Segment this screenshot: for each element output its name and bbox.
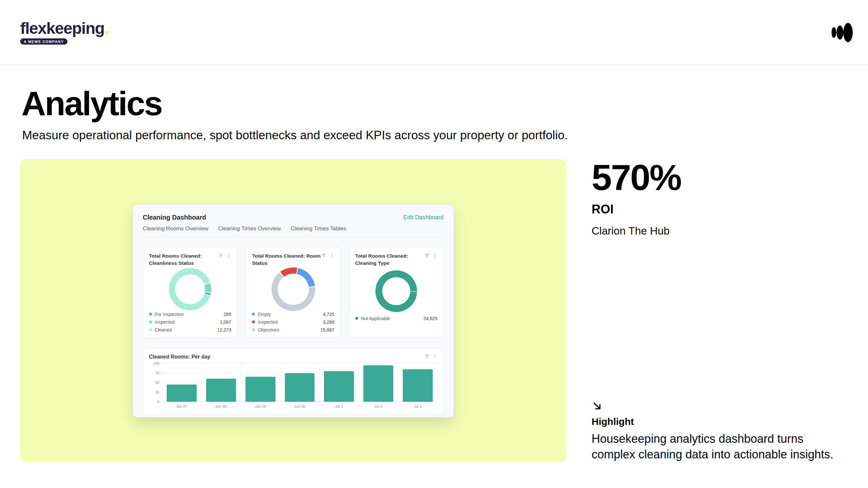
legend-value: 1,087 — [220, 320, 231, 325]
legend-row: Cleaned12,273 — [149, 327, 231, 332]
x-tick-label: Jun 27 — [162, 404, 202, 408]
legend-value: 12,273 — [217, 327, 231, 332]
bars — [162, 363, 438, 402]
filter-icon[interactable] — [425, 354, 429, 360]
kebab-menu-icon[interactable]: ⋮ — [329, 253, 334, 258]
legend-dot — [252, 313, 255, 316]
legend-label: Empty — [258, 312, 323, 317]
dashboard-tab-3[interactable]: Cleaning Times Tables — [291, 225, 346, 232]
kebab-menu-icon[interactable]: ⋮ — [432, 253, 438, 258]
filter-icon[interactable] — [321, 253, 326, 259]
chart-legend: For Inspection285Inspected1,087Cleaned12… — [149, 311, 231, 332]
legend-dot — [252, 328, 255, 331]
highlight-label: Highlight — [592, 416, 849, 427]
bar-slot — [398, 363, 438, 402]
donut-chart — [252, 267, 334, 311]
legend-label: Objectives — [258, 327, 320, 332]
page-title: Analytics — [22, 87, 868, 120]
bar-jul-1 — [324, 371, 354, 402]
legend-row: For Inspection285 — [149, 311, 231, 317]
x-tick-label: Jul 3 — [398, 404, 438, 408]
dashboard-tab-2[interactable]: Cleaning Times Overview — [218, 225, 281, 232]
bar-slot — [201, 363, 241, 402]
bar-jun-28 — [206, 379, 236, 402]
logo-dot: . — [104, 19, 108, 37]
legend-row: Inspected3,288 — [252, 319, 334, 325]
y-tick-label: 75 — [155, 371, 159, 375]
legend-label: Inspected — [155, 320, 220, 325]
stat-property-name: Clarion The Hub — [592, 225, 849, 237]
kebab-menu-icon[interactable]: ⋮ — [226, 253, 231, 258]
kebab-menu-icon[interactable]: ⋮ — [432, 354, 438, 359]
legend-row: Not Applicable24,625 — [355, 316, 438, 321]
dashboard-tabs: Cleaning Rooms OverviewCleaning Times Ov… — [143, 225, 444, 232]
stat-value: 570% — [592, 159, 849, 196]
filter-icon[interactable] — [218, 253, 223, 259]
dashboard-mockup: Cleaning Dashboard Edit Dashboard Cleani… — [133, 204, 454, 417]
site-header: flexkeeping. A MEWS COMPANY — [0, 0, 868, 65]
legend-value: 4,725 — [323, 312, 334, 317]
legend-dot — [149, 321, 152, 323]
mews-logo-icon[interactable] — [831, 23, 854, 43]
bar-slot — [280, 363, 319, 402]
bar-chart: 0255075100 — [149, 363, 438, 402]
legend-dot — [252, 321, 255, 323]
stat-card-3: Total Rooms Cleaned: Cleaning Type⋮Not A… — [349, 247, 444, 338]
feature-panel: Cleaning Dashboard Edit Dashboard Cleani… — [20, 159, 566, 462]
bar-jul-2 — [363, 365, 393, 402]
bar-jun-27 — [167, 385, 197, 402]
legend-label: Inspected — [258, 320, 323, 325]
bar-chart-y-axis: 0255075100 — [149, 363, 162, 402]
stat-card-title: Total Rooms Cleaned: Cleaning Type — [355, 253, 425, 267]
dashboard-header: Cleaning Dashboard Edit Dashboard — [143, 214, 444, 221]
legend-label: For Inspection — [155, 312, 224, 317]
filter-icon[interactable] — [425, 253, 429, 259]
legend-value: 24,625 — [424, 316, 438, 321]
bar-jul-3 — [403, 369, 433, 402]
legend-dot — [149, 313, 152, 316]
dashboard-divider — [143, 237, 444, 237]
chart-legend: Not Applicable24,625 — [355, 316, 438, 321]
legend-dot — [355, 317, 358, 320]
stat-card-header: Total Rooms Cleaned: Cleanliness Status⋮ — [149, 253, 231, 267]
bar-slot — [162, 363, 202, 402]
highlight-block: Highlight Housekeeping analytics dashboa… — [592, 400, 849, 462]
legend-value: 3,288 — [323, 320, 334, 325]
bar-slot — [241, 363, 280, 402]
y-tick-label: 50 — [155, 381, 159, 385]
stat-card-1: Total Rooms Cleaned: Cleanliness Status⋮… — [143, 247, 238, 338]
legend-value: 285 — [224, 312, 231, 317]
main-content: Analytics Measure operational performanc… — [0, 87, 868, 462]
x-tick-label: Jul 2 — [359, 404, 398, 408]
donut-chart — [355, 267, 438, 316]
stat-card-header: Total Rooms Cleaned: Cleaning Type⋮ — [355, 253, 438, 267]
bar-slot — [319, 363, 359, 402]
vertical-gridline — [438, 363, 438, 402]
x-tick-label: Jun 30 — [280, 404, 319, 408]
legend-row: Empty4,725 — [252, 311, 334, 317]
dashboard-card-row: Total Rooms Cleaned: Cleanliness Status⋮… — [143, 247, 444, 338]
stat-card-icons: ⋮ — [425, 253, 438, 267]
dashboard-tab-1[interactable]: Cleaning Rooms Overview — [143, 225, 208, 232]
stat-card-2: Total Rooms Cleaned: Room Status⋮Empty4,… — [246, 247, 341, 338]
legend-value: 15,887 — [320, 327, 334, 332]
page-subtitle: Measure operational performance, spot bo… — [22, 128, 585, 143]
bar-chart-card: Cleaned Rooms: Per day ⋮ 0255075100 Jun … — [143, 349, 444, 415]
right-column: 570% ROI Clarion The Hub Highlight House… — [592, 159, 849, 462]
highlight-text: Housekeeping analytics dashboard turns c… — [592, 431, 842, 462]
y-tick-label: 100 — [153, 361, 159, 365]
legend-label: Cleaned — [155, 327, 217, 332]
bar-card-icons: ⋮ — [425, 353, 438, 360]
roi-stat: 570% ROI Clarion The Hub — [592, 159, 849, 237]
bar-slot — [359, 363, 398, 402]
flexkeeping-logo[interactable]: flexkeeping. A MEWS COMPANY — [20, 20, 108, 44]
stat-label: ROI — [592, 202, 849, 216]
bar-chart-plot — [162, 363, 438, 402]
x-tick-label: Jul 1 — [319, 404, 359, 408]
stat-card-title: Total Rooms Cleaned: Room Status — [252, 253, 321, 267]
y-tick-label: 25 — [155, 390, 159, 394]
x-tick-label: Jun 29 — [241, 404, 280, 408]
edit-dashboard-link[interactable]: Edit Dashboard — [403, 214, 443, 221]
bar-chart-x-axis: Jun 27Jun 28Jun 29Jun 30Jul 1Jul 2Jul 3 — [162, 404, 438, 408]
legend-row: Inspected1,087 — [149, 319, 231, 325]
